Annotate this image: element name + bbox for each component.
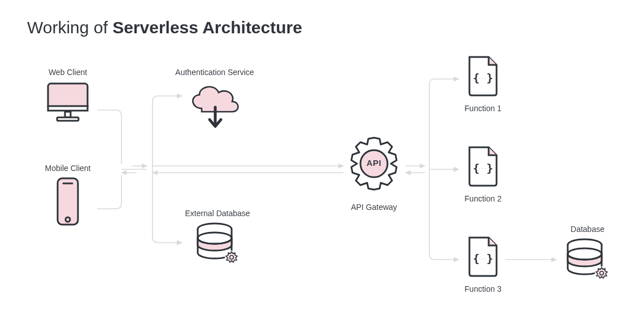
- node-function-3: { } ··· Function 3: [458, 234, 508, 293]
- node-web-client: Web Client: [34, 68, 102, 125]
- diagram-title: Working of Serverless Architecture: [27, 18, 302, 37]
- node-database: Database: [556, 225, 619, 287]
- gateway-label: API Gateway: [340, 203, 408, 212]
- monitor-icon: [43, 80, 92, 123]
- svg-point-22: [600, 271, 603, 275]
- file-code-icon: { } ···: [463, 54, 503, 99]
- auth-label: Authentication Service: [158, 68, 271, 77]
- extdb-label: External Database: [169, 209, 266, 218]
- svg-rect-1: [48, 106, 88, 111]
- database-gear-icon: [192, 221, 243, 270]
- mobile-client-label: Mobile Client: [34, 164, 102, 173]
- svg-point-11: [230, 256, 233, 259]
- svg-text:···: ···: [478, 255, 487, 262]
- cloud-download-icon: [184, 80, 246, 132]
- node-api-gateway: API API Gateway: [340, 134, 408, 212]
- title-prefix: Working of: [27, 18, 112, 37]
- database-gear-icon: [562, 237, 613, 286]
- db-label: Database: [556, 225, 619, 234]
- web-client-label: Web Client: [34, 68, 102, 77]
- api-badge: API: [340, 158, 408, 168]
- node-external-database: External Database: [169, 209, 266, 271]
- svg-text:···: ···: [478, 74, 487, 81]
- node-function-1: { } ··· Function 1: [458, 54, 508, 113]
- node-authentication-service: Authentication Service: [158, 68, 271, 134]
- fn2-label: Function 2: [458, 194, 508, 203]
- node-function-2: { } ··· Function 2: [458, 144, 508, 203]
- svg-text:···: ···: [478, 165, 487, 172]
- file-code-icon: { } ···: [463, 234, 503, 279]
- title-bold: Serverless Architecture: [112, 18, 302, 37]
- phone-icon: [51, 176, 85, 229]
- node-mobile-client: Mobile Client: [34, 164, 102, 231]
- fn3-label: Function 3: [458, 284, 508, 293]
- fn1-label: Function 1: [458, 104, 508, 113]
- svg-rect-3: [57, 117, 79, 121]
- file-code-icon: { } ···: [463, 144, 503, 189]
